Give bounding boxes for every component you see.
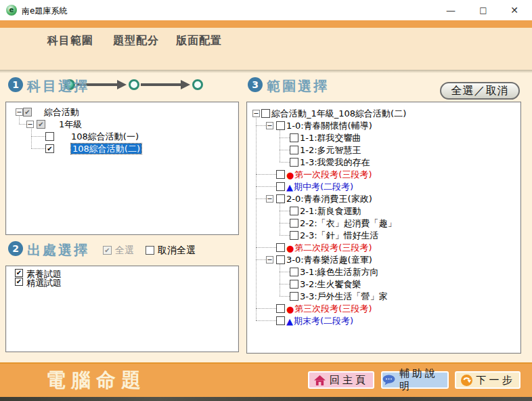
tree-item-text[interactable]: 綜合活動 bbox=[44, 107, 79, 117]
tree-item-label[interactable]: 1-2:多元智慧王 bbox=[300, 145, 361, 156]
tree-checkbox-unchecked[interactable] bbox=[276, 255, 285, 264]
tree-checkbox-unchecked[interactable] bbox=[290, 231, 298, 240]
tree-item-label[interactable]: 1-3:我愛我的存在 bbox=[300, 157, 370, 168]
tree-item-label[interactable]: 108綜合活動(一) bbox=[71, 131, 139, 142]
tree-item-text[interactable]: 3-3:戶外生活「營」家 bbox=[300, 291, 388, 301]
tree-item-text[interactable]: 2-1:新良食運動 bbox=[300, 206, 361, 216]
tree-item-text[interactable]: 108綜合活動(二) bbox=[71, 144, 141, 154]
tree-item-text[interactable]: 1-1:群我交響曲 bbox=[300, 133, 361, 143]
source-list-item[interactable]: ✔精選試題 bbox=[6, 278, 238, 287]
deselect-all-checkbox[interactable] bbox=[146, 246, 154, 255]
tree-checkbox-unchecked[interactable] bbox=[276, 243, 285, 252]
tree-item-text[interactable]: 期末考(二段考) bbox=[294, 316, 353, 326]
subject-tree-box[interactable]: −✔綜合活動−✔1年級108綜合活動(一)✔108綜合活動(二) bbox=[5, 102, 239, 235]
tree-checkbox-unchecked[interactable] bbox=[276, 194, 285, 203]
tree-checkbox-unchecked[interactable] bbox=[276, 170, 285, 179]
source-list-box[interactable]: ✔素養試題✔精選試題 bbox=[5, 266, 239, 352]
tree-checkbox-unchecked[interactable] bbox=[290, 268, 298, 276]
tree-item-text[interactable]: 2-3:「針」惜好生活 bbox=[300, 230, 379, 240]
tree-item-label[interactable]: 綜合活動 bbox=[44, 107, 79, 118]
tree-item-label[interactable]: 3-2:生火饗食樂 bbox=[300, 279, 361, 290]
tree-item-text[interactable]: 2-0:青春消費王(家政) bbox=[286, 194, 372, 204]
tree-checkbox-unchecked[interactable] bbox=[290, 207, 298, 215]
select-all-checkbox[interactable]: ✔ bbox=[103, 246, 112, 255]
tree-item-text[interactable]: 1-0:青春關懷情(輔導) bbox=[286, 121, 372, 131]
tree-item-label[interactable]: 2-0:青春消費王(家政) bbox=[286, 194, 372, 205]
tree-item-label[interactable]: 108綜合活動(二) bbox=[71, 144, 141, 154]
tree-item-text[interactable]: 第一次段考(三段考) bbox=[294, 169, 372, 180]
tree-item-label[interactable]: 2-1:新良食運動 bbox=[300, 206, 361, 217]
source-item-label[interactable]: 精選試題 bbox=[26, 277, 62, 289]
step-label-question-allocation[interactable]: 題型配分 bbox=[113, 34, 159, 48]
tree-item-text[interactable]: 2-2:「衣」起消費「趣」 bbox=[300, 218, 397, 228]
tree-item: 2-3:「針」惜好生活 bbox=[247, 230, 520, 242]
tree-item-text[interactable]: 綜合活動_1年級_108綜合活動(二) bbox=[271, 108, 406, 119]
tree-item-label[interactable]: 2-3:「針」惜好生活 bbox=[300, 230, 379, 241]
step-label-layout[interactable]: 版面配置 bbox=[176, 34, 222, 48]
tree-checkbox-unchecked[interactable] bbox=[261, 109, 270, 118]
tree-item-text[interactable]: 108綜合活動(一) bbox=[71, 131, 139, 142]
tree-item-text[interactable]: 1-3:我愛我的存在 bbox=[300, 157, 370, 167]
next-step-button[interactable]: 下一步 bbox=[455, 371, 520, 389]
tree-item: 108綜合活動(一) bbox=[6, 131, 238, 143]
tree-item-label[interactable]: 1-0:青春關懷情(輔導) bbox=[286, 121, 372, 131]
tree-item-label[interactable]: ●第二次段考(三段考) bbox=[286, 242, 372, 254]
tree-item-label[interactable]: 3-3:戶外生活「營」家 bbox=[300, 291, 388, 302]
tree-checkbox-unchecked[interactable] bbox=[290, 219, 298, 228]
tree-checkbox-unchecked[interactable] bbox=[276, 121, 285, 130]
maximize-button[interactable]: □ bbox=[471, 2, 495, 18]
tree-item-text[interactable]: 3-0:青春樂活趣(童軍) bbox=[286, 255, 372, 265]
tree-item: 2-2:「衣」起消費「趣」 bbox=[247, 217, 520, 230]
tree-checkbox-gray-checked[interactable]: ✔ bbox=[37, 120, 45, 129]
tree-item-label[interactable]: ●第一次段考(三段考) bbox=[286, 169, 372, 181]
range-tree-box[interactable]: −綜合活動_1年級_108綜合活動(二)−1-0:青春關懷情(輔導)1-1:群我… bbox=[246, 102, 521, 354]
tree-expander-minus-icon[interactable]: − bbox=[266, 195, 273, 203]
tree-checkbox-unchecked[interactable] bbox=[290, 158, 298, 167]
tree-item-text[interactable]: 第二次段考(三段考) bbox=[294, 242, 372, 253]
tree-item-label[interactable]: ▲期末考(二段考) bbox=[286, 316, 353, 327]
select-all-label[interactable]: 全選 bbox=[115, 245, 134, 257]
tree-checkbox-unchecked[interactable] bbox=[276, 316, 285, 325]
minimize-button[interactable]: — bbox=[439, 2, 463, 18]
blue-triangle-icon: ▲ bbox=[286, 182, 293, 192]
step-circle[interactable] bbox=[192, 79, 203, 90]
step-label-subject-range[interactable]: 科目範圍 bbox=[47, 34, 93, 48]
close-button[interactable]: ✕ bbox=[502, 2, 527, 18]
tree-expander-minus-icon[interactable]: − bbox=[266, 122, 273, 129]
tree-item-text[interactable]: 期中考(二段考) bbox=[294, 182, 353, 192]
tree-checkbox-unchecked[interactable] bbox=[45, 132, 54, 141]
tree-checkbox-unchecked[interactable] bbox=[290, 280, 298, 289]
tree-expander-minus-icon[interactable]: − bbox=[252, 110, 260, 117]
help-button[interactable]: 輔助說明 bbox=[381, 371, 449, 389]
tree-checkbox-gray-checked[interactable]: ✔ bbox=[23, 108, 32, 117]
tree-item-label[interactable]: 1年級 bbox=[59, 119, 82, 130]
tree-item-text[interactable]: 1年級 bbox=[59, 119, 82, 129]
tree-item-label[interactable]: ▲期中考(二段考) bbox=[286, 182, 353, 193]
tree-item-text[interactable]: 3-1:綠色生活新方向 bbox=[300, 267, 379, 277]
tree-item-label[interactable]: 綜合活動_1年級_108綜合活動(二) bbox=[271, 108, 406, 119]
source-item-checkbox[interactable]: ✔ bbox=[15, 269, 23, 277]
source-item-checkbox[interactable]: ✔ bbox=[15, 278, 23, 286]
tree-checkbox-unchecked[interactable] bbox=[290, 133, 298, 142]
step-circle[interactable] bbox=[129, 79, 139, 90]
tree-item-label[interactable]: 3-1:綠色生活新方向 bbox=[300, 267, 379, 278]
subject-panel-title: 科目選擇 bbox=[27, 77, 89, 96]
deselect-all-label[interactable]: 取消全選 bbox=[158, 245, 196, 257]
tree-item-label[interactable]: 2-2:「衣」起消費「趣」 bbox=[300, 218, 397, 229]
home-button[interactable]: 回主頁 bbox=[308, 371, 374, 389]
tree-expander-minus-icon[interactable]: − bbox=[26, 121, 34, 128]
tree-item-text[interactable]: 3-2:生火饗食樂 bbox=[300, 279, 361, 289]
tree-checkbox-unchecked[interactable] bbox=[276, 182, 285, 191]
tree-checkbox-unchecked[interactable] bbox=[290, 292, 298, 301]
select-all-toggle-button[interactable]: 全選／取消 bbox=[440, 82, 520, 100]
tree-expander-minus-icon[interactable]: − bbox=[266, 256, 273, 263]
tree-item-label[interactable]: 1-1:群我交響曲 bbox=[300, 133, 361, 144]
tree-item-text[interactable]: 第三次段考(三段考) bbox=[294, 303, 372, 314]
tree-expander-minus-icon[interactable]: − bbox=[16, 108, 23, 116]
tree-checkbox-unchecked[interactable] bbox=[290, 146, 298, 154]
tree-item-text[interactable]: 1-2:多元智慧王 bbox=[300, 145, 361, 155]
tree-item-label[interactable]: 3-0:青春樂活趣(童軍) bbox=[286, 255, 372, 266]
tree-checkbox-checked[interactable]: ✔ bbox=[45, 144, 54, 153]
tree-checkbox-unchecked[interactable] bbox=[276, 304, 285, 313]
tree-item-label[interactable]: ●第三次段考(三段考) bbox=[286, 303, 372, 315]
